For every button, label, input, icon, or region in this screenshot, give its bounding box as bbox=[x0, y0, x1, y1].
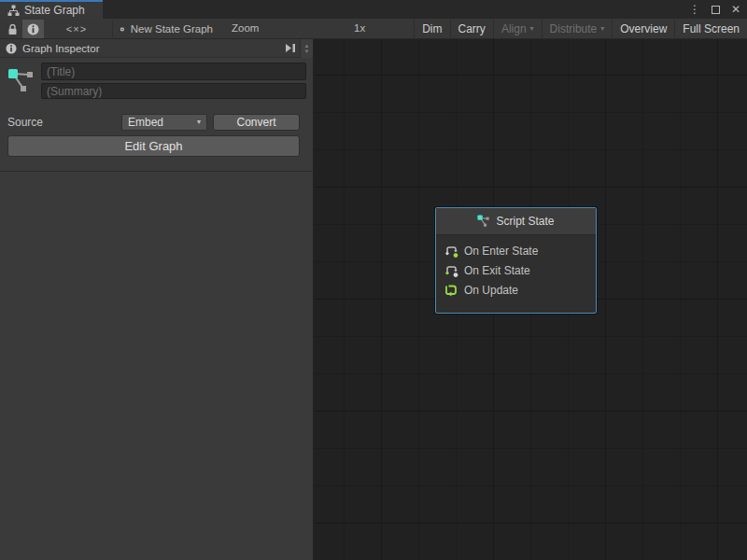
node-body: On Enter State On Exit State On Update bbox=[436, 235, 596, 313]
chevron-down-icon: ▾ bbox=[197, 119, 201, 126]
window-controls: ⋮ ✕ bbox=[687, 0, 743, 19]
chevron-down-icon: ▾ bbox=[530, 25, 534, 33]
zoom-value: 1x bbox=[354, 22, 365, 34]
toolbar-divider bbox=[112, 21, 113, 37]
distribute-label: Distribute bbox=[550, 22, 598, 35]
event-label: On Update bbox=[464, 284, 518, 297]
script-state-node[interactable]: Script State On Enter State O bbox=[435, 207, 597, 314]
carry-label: Carry bbox=[458, 22, 486, 35]
node-header[interactable]: Script State bbox=[436, 208, 596, 235]
carry-button[interactable]: Carry bbox=[450, 19, 493, 39]
maximize-icon[interactable] bbox=[708, 2, 723, 17]
overview-label: Overview bbox=[620, 22, 667, 35]
node-title: Script State bbox=[496, 215, 554, 228]
graph-canvas[interactable]: Script State On Enter State O bbox=[314, 39, 747, 560]
state-exit-icon bbox=[444, 263, 458, 278]
overview-button[interactable]: Overview bbox=[612, 19, 674, 39]
fullscreen-label: Full Screen bbox=[683, 22, 740, 35]
zoom-label: Zoom bbox=[232, 22, 259, 34]
toolbar-right-group: Dim Carry Align ▾ Distribute ▾ Overview … bbox=[414, 19, 747, 39]
maximize-glyph bbox=[712, 6, 720, 14]
lock-button[interactable] bbox=[3, 20, 21, 38]
event-label: On Exit State bbox=[464, 264, 530, 277]
source-dropdown[interactable]: Embed ▾ bbox=[121, 114, 207, 131]
graph-gizmo-icon bbox=[120, 22, 125, 36]
align-button[interactable]: Align ▾ bbox=[493, 19, 542, 39]
code-icon: <×> bbox=[66, 23, 87, 35]
info-icon bbox=[6, 43, 17, 54]
event-row-on-update[interactable]: On Update bbox=[444, 280, 596, 300]
graph-breadcrumb[interactable]: New State Graph bbox=[120, 20, 213, 38]
state-graph-icon bbox=[7, 65, 35, 93]
hierarchy-icon bbox=[7, 5, 20, 17]
graph-inspector-panel: Graph Inspector ▲ ▼ Source Embed ▾ Conve… bbox=[0, 39, 314, 560]
code-view-button[interactable]: <×> bbox=[54, 20, 99, 38]
edit-graph-button[interactable]: Edit Graph bbox=[7, 135, 300, 157]
update-loop-icon bbox=[444, 283, 458, 298]
title-bar: State Graph ⋮ ✕ bbox=[0, 0, 747, 19]
state-enter-icon bbox=[444, 244, 458, 259]
convert-label: Convert bbox=[236, 116, 275, 129]
close-icon[interactable]: ✕ bbox=[728, 2, 743, 17]
dock-panel-icon[interactable] bbox=[284, 42, 298, 54]
state-graph-icon bbox=[477, 215, 490, 228]
convert-button[interactable]: Convert bbox=[213, 114, 300, 131]
distribute-button[interactable]: Distribute ▾ bbox=[542, 19, 613, 39]
inspector-header: Graph Inspector ▲ ▼ bbox=[0, 39, 313, 58]
tab-title: State Graph bbox=[24, 4, 85, 17]
inspector-divider bbox=[0, 171, 313, 172]
spin-down-icon: ▼ bbox=[304, 49, 310, 54]
scroll-spinner[interactable]: ▲ ▼ bbox=[300, 39, 313, 58]
event-row-on-exit[interactable]: On Exit State bbox=[444, 260, 596, 280]
source-label: Source bbox=[7, 116, 43, 129]
summary-input[interactable] bbox=[41, 83, 306, 99]
tab-state-graph[interactable]: State Graph bbox=[0, 0, 103, 19]
toolbar: <×> New State Graph Zoom 1x Dim Carry Al… bbox=[0, 19, 747, 39]
event-row-on-enter[interactable]: On Enter State bbox=[444, 241, 596, 260]
lock-icon bbox=[7, 23, 18, 35]
title-input[interactable] bbox=[41, 63, 306, 80]
align-label: Align bbox=[501, 22, 527, 35]
dim-label: Dim bbox=[422, 22, 442, 35]
graph-name-label: New State Graph bbox=[131, 23, 213, 35]
info-icon bbox=[27, 23, 39, 35]
inspector-toggle-button[interactable] bbox=[22, 20, 44, 38]
window-menu-icon[interactable]: ⋮ bbox=[687, 2, 702, 17]
event-label: On Enter State bbox=[464, 245, 538, 258]
fullscreen-button[interactable]: Full Screen bbox=[674, 19, 747, 39]
edit-graph-label: Edit Graph bbox=[124, 139, 182, 153]
dim-button[interactable]: Dim bbox=[414, 19, 449, 39]
chevron-down-icon: ▾ bbox=[600, 25, 604, 33]
source-value: Embed bbox=[128, 116, 163, 129]
inspector-title: Graph Inspector bbox=[22, 43, 99, 54]
